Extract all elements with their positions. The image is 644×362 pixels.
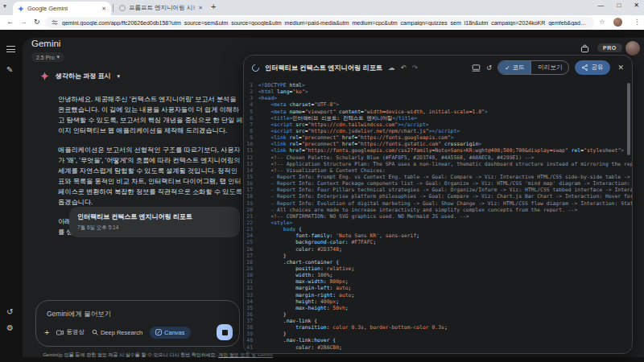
video-chip[interactable]: 동영상 — [56, 328, 85, 336]
window-minimize-button[interactable]: — — [597, 2, 604, 9]
code-line: 3<head> — [244, 95, 632, 101]
back-icon[interactable]: ← — [6, 18, 14, 26]
code-line: 17 - Report Info: Four Pillars technical… — [244, 187, 632, 193]
briefcase-icon[interactable] — [580, 44, 589, 53]
gemini-app: ✎ ↺ ⚙ Gemini 2.5 Pro ▾ PRO 생각하는 과정 표시 ▾ … — [0, 30, 644, 362]
code-line: 1<!DOCTYPE html> — [244, 82, 632, 88]
code-line: 16 - Report Info: Context Package compon… — [244, 180, 632, 187]
browser-menu-icon[interactable]: ⋮ — [634, 18, 641, 26]
code-line: 36 } — [244, 311, 632, 318]
code-line: 8 <script src="https://cdn.jsdelivr.net/… — [244, 128, 632, 134]
url-field[interactable]: gemini.google.com/app/ffc20626ed0db158?u… — [45, 17, 594, 28]
line-number: 37 — [244, 318, 258, 324]
code-line: 38 transition: color 0.3s, border-bottom… — [244, 324, 632, 331]
share-button[interactable]: 공유 — [575, 60, 610, 75]
line-number: 39 — [244, 331, 258, 337]
window-controls: — □ ✕ — [597, 2, 639, 9]
code-line: 29 position: relative; — [244, 265, 632, 272]
prompt-placeholder: Gemini에게 물어보기 — [47, 310, 111, 319]
code-line: 20 - All choices are made to increase in… — [244, 207, 632, 213]
tab-search-chevron-icon[interactable]: ▾ — [3, 2, 6, 10]
gemini-logo: Gemini — [31, 39, 60, 48]
artifact-card[interactable]: 인터랙티브 컨텍스트 엔지니어링 리포트 7월 6일 오후 5:14 — [69, 207, 240, 237]
code-line: 9 <link rel="preconnect" href="https://f… — [244, 134, 632, 141]
redo-icon[interactable]: ↷ — [412, 64, 418, 72]
input-toolbar: + 동영상 Deep Research Canvas — [44, 324, 233, 340]
tab-close-icon[interactable]: ✕ — [198, 5, 203, 11]
chip-label: Deep Research — [101, 329, 142, 336]
code-line: 26 color: #2D3748; — [244, 246, 632, 253]
line-number: 1 — [244, 82, 258, 88]
new-chat-icon[interactable]: ✎ — [6, 65, 13, 74]
add-attachment-button[interactable]: + — [44, 327, 49, 337]
line-number: 14 — [244, 167, 258, 174]
code-scrollbar[interactable] — [627, 83, 630, 155]
browser-profile-avatar[interactable] — [613, 18, 622, 27]
user-avatar[interactable] — [625, 41, 640, 56]
code-area[interactable]: 1<!DOCTYPE html>2<html lang="ko">3<head>… — [244, 80, 632, 353]
line-number: 5 — [244, 109, 258, 115]
code-line: 39 } — [244, 331, 632, 337]
line-number: 12 — [244, 154, 258, 161]
browser-url-bar: ← → ↻ gemini.google.com/app/ffc20626ed0d… — [0, 15, 644, 30]
code-line: 6 <title>인터랙티브 리포트: 컨텍스트 엔지니어링</title> — [244, 115, 632, 121]
line-number: 33 — [244, 292, 258, 298]
url-text: gemini.google.com/app/ffc20626ed0db158?u… — [62, 20, 588, 26]
deep-research-chip[interactable]: Deep Research — [92, 329, 142, 336]
code-preview-toggle: ✓ 코드 미리보기 — [497, 60, 569, 75]
browser-tab-active[interactable]: Google Gemini ✕ — [13, 2, 111, 15]
gemini-sparkle-icon — [40, 72, 49, 80]
window-maximize-button[interactable]: □ — [617, 2, 621, 9]
model-selector[interactable]: 2.5 Pro ▾ — [31, 52, 64, 62]
new-tab-button[interactable]: + — [211, 2, 216, 11]
history-icon[interactable]: ↺ — [6, 307, 13, 316]
line-number: 6 — [244, 115, 258, 121]
prompt-input[interactable]: Gemini에게 물어보기 + 동영상 Deep Research Canvas — [35, 300, 240, 347]
bookmark-star-icon[interactable]: ☆ — [599, 18, 605, 26]
code-line: 37 .nav-link { — [244, 318, 632, 324]
line-number: 35 — [244, 305, 258, 311]
browser-tab-inactive[interactable]: 프롬프트 엔지니어링 시작하기 ✕ — [116, 2, 206, 14]
code-line: 35 max-height: 50vh; — [244, 305, 632, 311]
close-icon[interactable]: ✕ — [617, 64, 624, 72]
tab-code[interactable]: ✓ 코드 — [498, 61, 530, 74]
check-icon: ✓ — [505, 64, 510, 72]
code-line: 32 margin-left: auto; — [244, 285, 632, 291]
code-line: 27 } — [244, 253, 632, 259]
undo-icon[interactable]: ↶ — [401, 64, 407, 72]
chevron-down-icon: ▾ — [57, 54, 60, 60]
settings-icon[interactable]: ⚙ — [6, 323, 14, 332]
thinking-toggle[interactable]: 생각하는 과정 표시 ▾ — [40, 72, 120, 80]
site-settings-icon[interactable] — [52, 19, 58, 26]
desktop-icon[interactable] — [472, 64, 481, 72]
code-line: 7 <script src="https://cdn.tailwindcss.c… — [244, 121, 632, 128]
code-line: 21 <!-- CONFIRMATION: NO SVG graphics us… — [244, 213, 632, 220]
line-number: 20 — [244, 207, 258, 213]
code-line: 34 height: 400px; — [244, 298, 632, 305]
reload-icon[interactable]: ↻ — [34, 18, 40, 26]
line-number: 15 — [244, 174, 258, 180]
tab-preview[interactable]: 미리보기 — [530, 61, 568, 74]
window-close-button[interactable]: ✕ — [634, 2, 639, 9]
stop-generating-button[interactable] — [217, 324, 233, 340]
line-number: 41 — [244, 344, 258, 351]
tab-close-icon[interactable]: ✕ — [101, 6, 106, 12]
code-line: 19 - Report Info: Evolution of digital m… — [244, 200, 632, 207]
video-icon — [56, 330, 64, 335]
line-number: 2 — [244, 88, 258, 95]
line-number: 24 — [244, 232, 258, 239]
line-number: 11 — [244, 147, 258, 154]
artifact-timestamp: 7월 6일 오후 5:14 — [77, 224, 232, 232]
share-label: 공유 — [591, 64, 603, 72]
line-number: 30 — [244, 272, 258, 278]
message-paragraph: 안녕하세요. 제공해주신 '컨텍스트 엔지니어링' 보고서 분석을 완료했습니다… — [58, 94, 243, 136]
cloud-upload-icon[interactable]: ☁ — [388, 64, 395, 72]
line-number: 38 — [244, 324, 258, 331]
line-number: 22 — [244, 220, 258, 226]
forward-icon[interactable]: → — [20, 18, 27, 26]
tab-divider — [113, 4, 114, 12]
version-history-icon[interactable]: ↺ — [486, 64, 492, 72]
menu-icon[interactable] — [6, 46, 15, 55]
code-line: 40 .nav-link:hover { — [244, 337, 632, 343]
canvas-chip[interactable]: Canvas — [150, 327, 190, 339]
